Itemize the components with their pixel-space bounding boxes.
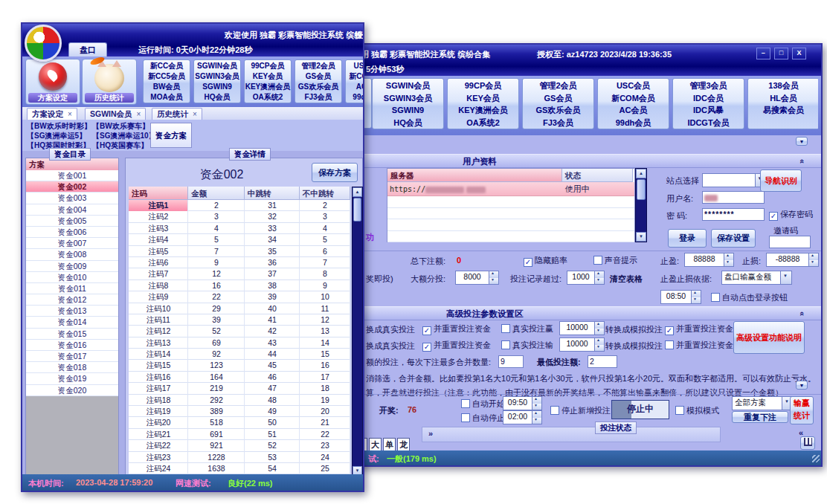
merge-count-field[interactable]: 9 [498, 355, 524, 368]
game-link[interactable]: 【BW欢乐赛车】 [92, 121, 156, 131]
save-settings-button[interactable]: 保存设置 [711, 229, 756, 248]
fund-item[interactable]: 资金017 [26, 351, 118, 362]
fund-item[interactable]: 资金004 [26, 204, 118, 216]
close-button[interactable]: X [792, 48, 806, 59]
tab-bet-status[interactable]: 投注状态 [595, 421, 637, 434]
close-icon[interactable]: × [68, 110, 72, 118]
maximize-button[interactable]: □ [774, 48, 788, 59]
fund-detail-row[interactable]: 注码193894920 [129, 406, 350, 417]
adv1-amount-spinner[interactable]: 10000 [559, 321, 605, 335]
member-group-button[interactable]: USC会员新COM会员AC会员99dh会员 [597, 78, 669, 129]
fund-detail-row[interactable]: 注码10294011 [129, 303, 350, 314]
scrollbar-thumb[interactable] [353, 198, 361, 222]
min-bet-field[interactable]: 2 [588, 355, 617, 368]
scroll-down-icon[interactable] [636, 232, 646, 242]
fund-detail-row[interactable]: 注码9223910 [129, 291, 350, 303]
scroll-up-icon[interactable] [636, 169, 646, 178]
spin-down-icon[interactable] [595, 278, 604, 285]
sim-mode-checkbox[interactable] [675, 406, 684, 415]
spin-down-icon[interactable] [595, 345, 604, 352]
auto-stop-checkbox[interactable] [461, 413, 470, 422]
spin-down-icon[interactable] [489, 278, 498, 285]
server-row-active[interactable]: https:// 使用中 [387, 182, 634, 196]
fund-item[interactable]: 资金011 [26, 283, 118, 294]
fund-detail-row[interactable]: 注码161644617 [129, 372, 350, 383]
records-spinner[interactable]: 1000 [567, 271, 605, 285]
invite-code-field[interactable] [769, 236, 811, 248]
server-scrollbar[interactable] [635, 168, 647, 242]
winloss-stats-button[interactable]: 输赢 统计 [790, 396, 814, 424]
plan-settings-button[interactable]: 方案设定 [25, 59, 80, 105]
fund-item[interactable]: 资金019 [26, 373, 118, 384]
basis-dropdown[interactable]: 盘口输赢金额 [721, 271, 792, 285]
fund-detail-row[interactable]: 注码12524213 [129, 326, 350, 337]
fund-detail-row[interactable]: 注码216915122 [129, 429, 350, 440]
spin-down-icon[interactable] [532, 418, 541, 424]
fund-detail-tab[interactable]: 资金详情 [229, 148, 271, 161]
save-password-checkbox[interactable] [769, 212, 778, 221]
fund-detail-row[interactable]: 注码69367 [129, 257, 350, 268]
fund-item[interactable]: 资金016 [26, 340, 118, 351]
stop-loss-spinner[interactable]: -88888 [766, 253, 819, 267]
tab-pankou[interactable]: 盘口 [68, 42, 107, 57]
partial-button[interactable]: 单 [383, 438, 396, 451]
auto-login-checkbox[interactable] [711, 293, 720, 302]
minimize-button[interactable]: – [756, 48, 770, 59]
member-group-button[interactable]: 138会员HL会员易搜索会员 [747, 78, 818, 129]
sound-alert-checkbox[interactable] [593, 256, 602, 265]
fund-item[interactable]: 资金007 [26, 238, 118, 249]
close-icon[interactable]: × [137, 110, 141, 118]
plan-dropdown[interactable]: 全部方案 [732, 396, 794, 410]
game-link[interactable]: 【SG澳洲幸运10】 [92, 131, 156, 140]
fund-detail-row[interactable]: 注码205185021 [129, 417, 350, 428]
spin-down-icon[interactable] [692, 297, 701, 304]
auto-stop-spinner[interactable]: 02:00 [503, 410, 542, 424]
fund-detail-row[interactable]: 注码23323 [129, 211, 350, 222]
repeat-bet-button[interactable]: 重复下注 [732, 411, 788, 423]
member-group-button[interactable]: 管理2会员GS会员GS欢乐会员FJ3会员 [522, 78, 594, 129]
member-group-button[interactable]: 管理2会员GS会员GS欢乐会员FJ3会员 [295, 59, 342, 103]
clear-table-button[interactable]: 清空表格 [610, 274, 643, 285]
username-field[interactable] [702, 191, 765, 204]
password-field[interactable]: ******** [702, 208, 765, 221]
fund-item[interactable]: 资金001 [26, 170, 118, 181]
fund-item[interactable]: 资金005 [26, 216, 118, 227]
fund-detail-row[interactable]: 注码182924819 [129, 395, 350, 406]
table-scrollbar[interactable] [352, 187, 363, 476]
hide-odds-checkbox[interactable] [524, 258, 532, 267]
spin-down-icon[interactable] [724, 260, 733, 267]
collapse-up-icon[interactable]: « [798, 311, 807, 316]
spin-down-icon[interactable] [532, 404, 541, 410]
fund-item[interactable]: 资金006 [26, 227, 118, 238]
fund-detail-row[interactable]: 注码816389 [129, 280, 350, 291]
spin-down-icon[interactable] [595, 329, 604, 335]
stop-button[interactable]: 停止中 [611, 400, 669, 419]
collapse-up-icon[interactable]: « [798, 159, 807, 164]
member-group-button[interactable]: 新CC会员新CC5会员BW会员MOA会员 [143, 59, 190, 103]
scrollbar-thumb[interactable] [637, 179, 646, 200]
fund-item[interactable]: 资金012 [26, 294, 118, 306]
fund-detail-row[interactable]: 注码2312285324 [129, 452, 350, 463]
history-stats-button[interactable]: 历史统计 [82, 59, 137, 105]
split-spinner[interactable]: 8000 [455, 271, 499, 285]
fund-detail-row[interactable]: 注码13694314 [129, 337, 350, 349]
member-group-button[interactable]: 99CP会员KEY会员KEY澳洲会员OA系统2 [244, 59, 292, 103]
tab-plan-settings[interactable]: 方案设定× [27, 108, 77, 120]
fund-detail-row[interactable]: 注码2416385425 [129, 463, 350, 474]
chevron-down-icon[interactable]: ▼ [796, 381, 808, 390]
game-link[interactable]: 【BW欢乐时时彩】 [27, 121, 91, 131]
fund-catalog-tab[interactable]: 资金目录 [49, 148, 91, 161]
fund-item[interactable]: 资金015 [26, 329, 118, 340]
partial-button[interactable]: 大 [369, 438, 382, 451]
auto-start-spinner[interactable]: 09:50 [503, 396, 542, 410]
close-icon[interactable]: × [193, 110, 197, 118]
fund-detail-row[interactable]: 注码14924415 [129, 349, 350, 360]
game-link[interactable]: 【HQ英国赛车】 [92, 140, 156, 150]
adv2-real-checkbox[interactable] [501, 340, 510, 349]
fund-detail-row[interactable]: 注码11394112 [129, 314, 350, 326]
tab-funds-plan[interactable]: 资金方案 [150, 123, 192, 148]
save-plan-button[interactable]: 保存方案 [312, 163, 358, 182]
adv2-reset1-checkbox[interactable] [422, 343, 431, 352]
advanced-help-button[interactable]: 高级设置功能说明 [733, 321, 805, 354]
adv2-amount-spinner[interactable]: 10000 [559, 337, 605, 352]
